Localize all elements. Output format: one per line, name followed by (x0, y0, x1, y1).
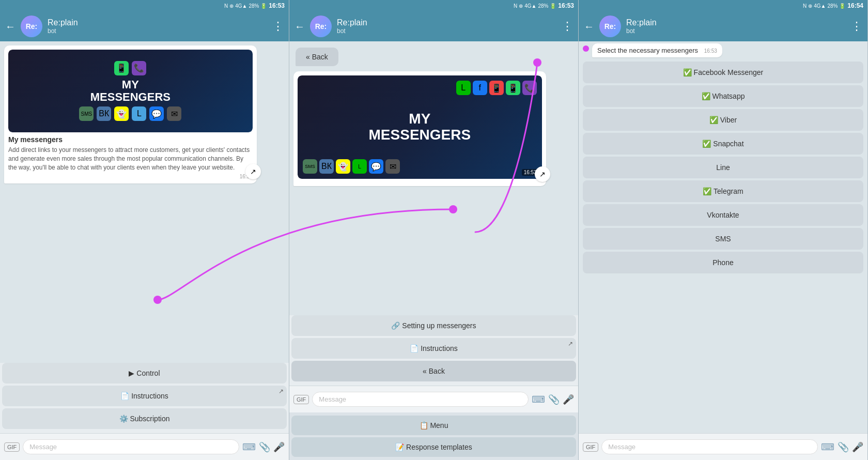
corner-arrow-2: ↗ (568, 340, 573, 347)
sms-item[interactable]: SMS (583, 228, 863, 250)
message-input-3[interactable]: Message (601, 439, 818, 454)
banner-icons-top-2: L f 📱 📱 📞 (456, 81, 537, 95)
corner-arrow-1: ↗ (278, 388, 284, 395)
instructions-button-2[interactable]: 📄 Instructions ↗ (291, 338, 576, 359)
keyboard-icon-2[interactable]: ⌨ (532, 394, 545, 405)
setting-up-button[interactable]: 🔗 Setting up messengers (291, 315, 576, 336)
fb-icon-2: f (473, 81, 487, 95)
mic-icon-3[interactable]: 🎤 (852, 441, 863, 453)
status-bar-1: N ⊕ 4G▲ 28% 🔋 16:53 (0, 0, 289, 11)
banner-icons-bottom-2: SMS ВК 👻 L 💬 ✉ (303, 159, 400, 174)
sms-label: SMS (715, 235, 731, 243)
more-button-2[interactable]: ⋮ (562, 20, 573, 33)
phone-item[interactable]: Phone (583, 252, 863, 273)
status-bar-3: N ⊕ 4G▲ 28% 🔋 16:54 (579, 0, 867, 11)
more-button-1[interactable]: ⋮ (272, 20, 284, 33)
snapchat-item[interactable]: ✅ Snapchat (583, 133, 863, 155)
bot-buttons-2: 🔗 Setting up messengers 📄 Instructions ↗… (289, 315, 578, 386)
banner-icons-bottom: SMS ВК 👻 L 💬 ✉ (79, 106, 181, 121)
signal-icon-2: 4G▲ (524, 3, 536, 9)
network-icon: N (224, 3, 228, 9)
input-bar-3: GIF Message ⌨ 📎 🎤 (579, 433, 867, 460)
bot-buttons-1: ▶ Control 📄 Instructions ↗ ⚙️ Subscripti… (0, 363, 289, 433)
messenger-list: Select the necessary messengers 16:53 ✅ … (579, 41, 867, 433)
instructions-button-1[interactable]: 📄 Instructions ↗ (2, 386, 287, 406)
messenger-icon: 💬 (149, 106, 164, 121)
attach-icon-3[interactable]: 📎 (838, 441, 849, 453)
vkontakte-item[interactable]: Vkontakte (583, 204, 863, 226)
telegram-item[interactable]: ✅ Telegram (583, 180, 863, 202)
messenger-banner-2: L f 📱 📱 📞 MYMESSENGERS SMS ВК 👻 L 💬 ✉ (298, 75, 542, 179)
banner-title-1: MYMESSENGERS (90, 79, 171, 103)
mic-icon-1[interactable]: 🎤 (273, 441, 285, 453)
select-time: 16:53 (704, 48, 717, 54)
line-item[interactable]: Line (583, 157, 863, 178)
vkontakte-label: Vkontakte (707, 211, 739, 219)
chat-header-3: ← Re: Re:plain bot ⋮ (579, 11, 867, 41)
network-icon-3: N (803, 3, 807, 9)
setting-up-label: 🔗 Setting up messengers (391, 321, 476, 330)
more-button-3[interactable]: ⋮ (851, 20, 862, 33)
time-2: 16:53 (558, 2, 574, 9)
vb-icon-2: 📞 (522, 81, 537, 95)
header-info-1: Re:plain bot (48, 18, 267, 35)
battery-icon-3: 28% 🔋 (828, 3, 846, 9)
back-label-bottom: « Back (423, 367, 445, 375)
attach-icon-1[interactable]: 📎 (259, 441, 270, 453)
chat-area-1: 📱 📞 MYMESSENGERS SMS ВК 👻 L 💬 ✉ My messe… (0, 41, 289, 363)
back-nav-bottom[interactable]: « Back (291, 361, 576, 381)
network-icon-2: N (514, 3, 517, 9)
signal-icon: 4G▲ (235, 3, 247, 9)
gif-button-1[interactable]: GIF (4, 442, 20, 452)
telegram-label: ✅ Telegram (703, 187, 743, 195)
bot-sub-1: bot (48, 27, 267, 35)
response-templates-button[interactable]: 📝 Response templates (291, 437, 576, 457)
line-icon: L (132, 106, 146, 121)
menu-button[interactable]: 📋 Menu (291, 416, 576, 435)
fb-messenger-item[interactable]: ✅ Facebook Messenger (583, 62, 863, 83)
back-button-1[interactable]: ← (5, 21, 16, 33)
subscription-label: ⚙️ Subscription (119, 415, 170, 423)
snap-icon-2: 👻 (336, 159, 350, 174)
alarm-icon: ⊕ (229, 3, 234, 9)
back-button-2[interactable]: ← (295, 21, 305, 33)
messenger-banner-1: 📱 📞 MYMESSENGERS SMS ВК 👻 L 💬 ✉ (8, 50, 253, 132)
control-button[interactable]: ▶ Control (2, 363, 287, 384)
avatar-2: Re: (310, 16, 332, 37)
signal-icon-3: 4G▲ (814, 3, 826, 9)
message-input-2[interactable]: Message (312, 392, 529, 407)
control-label: ▶ Control (129, 369, 160, 377)
gif-button-2[interactable]: GIF (293, 395, 309, 404)
back-button-3[interactable]: ← (584, 21, 594, 33)
keyboard-icon-3[interactable]: ⌨ (821, 441, 834, 453)
phone-label: Phone (712, 258, 733, 267)
mic-icon-2[interactable]: 🎤 (563, 394, 574, 405)
snapchat-icon: 👻 (114, 106, 129, 121)
keyboard-icon-1[interactable]: ⌨ (242, 441, 256, 453)
whatsapp-item[interactable]: ✅ Whatsapp (583, 85, 863, 107)
gif-button-3[interactable]: GIF (583, 442, 598, 452)
status-icons-1: N ⊕ 4G▲ 28% 🔋 (224, 3, 267, 9)
message-card-2: L f 📱 📱 📞 MYMESSENGERS SMS ВК 👻 L 💬 ✉ (293, 71, 546, 186)
line-icon-3: L (352, 159, 367, 174)
viber-item[interactable]: ✅ Viber (583, 109, 863, 131)
subscription-button[interactable]: ⚙️ Subscription (2, 408, 287, 429)
attach-icon-2[interactable]: 📎 (548, 394, 560, 405)
chat-header-1: ← Re: Re:plain bot ⋮ (0, 11, 289, 41)
share-button-1[interactable]: ↗ (245, 164, 261, 179)
share-button-2[interactable]: ↗ (535, 166, 550, 182)
banner-icons-top: 📱 📞 (114, 61, 146, 75)
battery-icon-2: 28% 🔋 (538, 3, 556, 9)
back-nav-top[interactable]: « Back (296, 48, 338, 66)
select-dot (583, 45, 589, 52)
chat-area-2: « Back L f 📱 📱 📞 MYMESSENGERS SMS ВК (289, 41, 578, 315)
time-1: 16:53 (269, 2, 285, 9)
fb-messenger-label: ✅ Facebook Messenger (683, 68, 764, 76)
message-input-1[interactable]: Message (23, 439, 239, 454)
bot-sub-3: bot (626, 27, 846, 35)
sms-icon: SMS (79, 106, 94, 121)
alarm-icon-3: ⊕ (808, 3, 812, 9)
email-icon-2: ✉ (385, 159, 400, 174)
select-message: Select the necessary messengers 16:53 (592, 43, 722, 57)
status-icons-3: N ⊕ 4G▲ 28% 🔋 (803, 3, 845, 9)
